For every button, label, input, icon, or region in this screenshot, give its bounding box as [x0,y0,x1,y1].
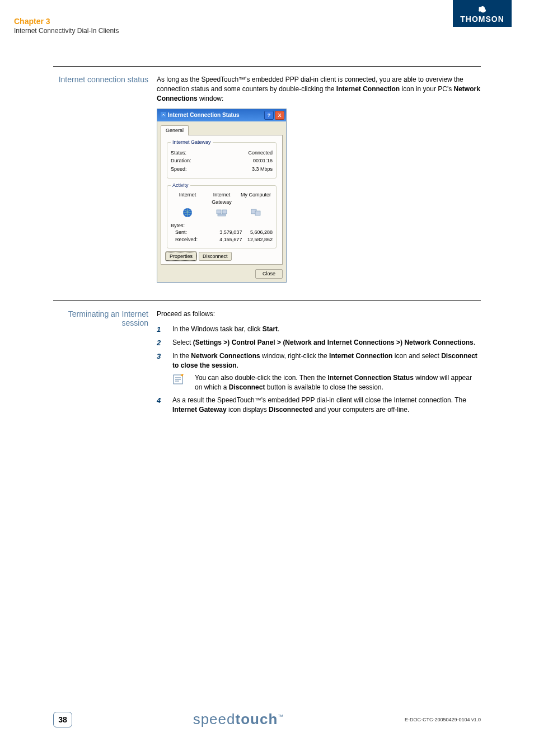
duration-label: Duration: [171,157,191,165]
thomson-text: THOMSON [460,15,504,24]
activity-col-computer: My Computer [239,191,273,205]
received-label: Received: [171,236,212,243]
svg-rect-4 [218,214,226,216]
note-text: You can also double-click the icon. Then… [195,373,481,392]
step-3-body: In the Network Connections window, right… [172,351,481,392]
close-dialog-button[interactable]: Close [255,269,283,279]
sent-label: Sent: [171,229,212,236]
speedtouch-logo: speedtouch™ [72,711,405,728]
group-activity: Activity Internet Internet Gateway My Co… [167,182,277,248]
activity-col-gateway: Internet Gateway [205,191,238,205]
group-gateway: Internet Gateway Status:Connected Durati… [167,139,277,179]
titlebar-buttons: ? X [264,111,284,120]
received-value-1: 4,155,677 [212,236,242,243]
tab-pane: Internet Gateway Status:Connected Durati… [161,135,283,265]
section-connection-status: Internet connection status As long as th… [53,66,481,289]
dialog-title-text: Internet Connection Status [161,111,240,119]
group-gateway-legend: Internet Gateway [171,139,213,146]
step-number: 2 [157,338,172,348]
page-footer: 38 speedtouch™ E-DOC-CTC-20050429-0104 v… [0,711,534,728]
section-body: As long as the SpeedTouch™'s embedded PP… [157,75,481,289]
dialog-body: General Internet Gateway Status:Connecte… [157,121,286,281]
para-intro: As long as the SpeedTouch™'s embedded PP… [157,75,481,103]
chapter-subtitle: Internet Connectivity Dial-In Clients [14,27,119,35]
page-number: 38 [53,712,72,727]
bytes-label: Bytes: [171,222,273,229]
step-1-body: In the Windows task bar, click Start. [172,325,481,335]
doc-id: E-DOC-CTC-20050429-0104 v1.0 [405,717,481,722]
step-number: 3 [157,351,172,392]
header-left: Chapter 3 Internet Connectivity Dial-In … [14,17,119,35]
speed-value: 3.3 Mbps [252,166,273,173]
sent-value-2: 5,606,288 [242,229,273,236]
received-value-2: 12,582,862 [242,236,273,243]
section-body: Proceed as follows: 1 In the Windows tas… [157,309,481,418]
close-button[interactable]: X [275,111,284,120]
page-header: Chapter 3 Internet Connectivity Dial-In … [0,0,534,49]
connection-status-dialog: Internet Connection Status ? X General I… [157,109,287,282]
step-4-body: As a result the SpeedTouch™'s embedded P… [172,396,481,415]
thomson-swirl-icon [458,6,506,15]
status-label: Status: [171,149,186,157]
group-activity-legend: Activity [171,182,190,189]
status-value: Connected [248,149,273,157]
svg-rect-6 [255,211,260,215]
step-number: 1 [157,325,172,335]
section-label: Terminating an Internet session [53,309,157,418]
properties-button[interactable]: Properties [166,252,196,261]
speed-label: Speed: [171,166,187,173]
page-content: Internet connection status As long as th… [0,49,534,418]
tab-general[interactable]: General [161,125,189,135]
dialog-titlebar: Internet Connection Status ? X [157,109,286,121]
steps-list: 1 In the Windows task bar, click Start. … [157,325,481,415]
sent-value-1: 3,579,037 [212,229,242,236]
step-2-body: Select (Settings >) Control Panel > (Net… [172,338,481,348]
help-button[interactable]: ? [264,111,274,120]
computer-pcs-icon [239,208,273,220]
svg-rect-2 [217,210,221,214]
duration-value: 00:01:16 [253,157,273,165]
chapter-title: Chapter 3 [14,17,119,26]
section-label: Internet connection status [53,75,157,289]
thomson-logo: THOMSON [453,0,512,27]
step-number: 4 [157,396,172,415]
gateway-pcs-icon [205,208,238,220]
svg-rect-3 [222,210,227,214]
globe-icon [171,208,204,220]
note-icon [172,373,195,392]
section-terminating: Terminating an Internet session Proceed … [53,300,481,418]
disconnect-button[interactable]: Disconnect [199,252,232,261]
svg-rect-0 [161,112,166,118]
note-box: You can also double-click the icon. Then… [172,373,481,392]
activity-col-internet: Internet [171,191,204,205]
proceed-text: Proceed as follows: [157,309,481,319]
